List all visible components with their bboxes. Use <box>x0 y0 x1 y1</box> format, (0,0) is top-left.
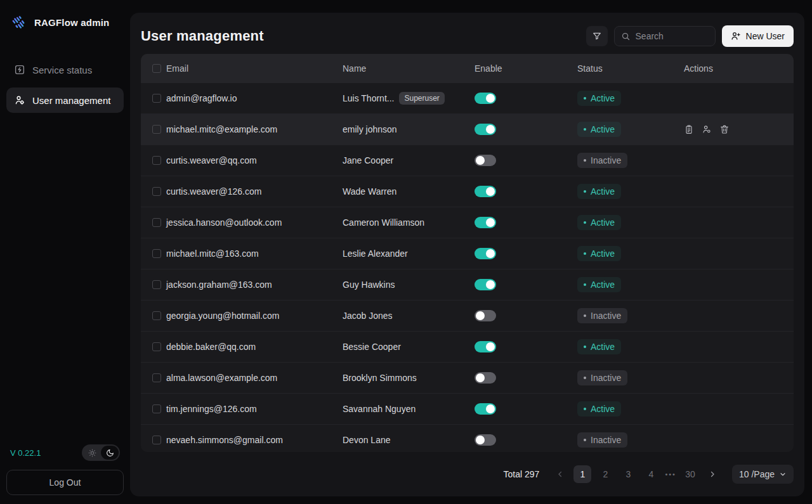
row-checkbox[interactable] <box>152 125 161 134</box>
table-row[interactable]: curtis.weaver@126.com Wade Warren Active <box>141 176 794 207</box>
page-button[interactable]: 3 <box>619 465 637 483</box>
status-label: Inactive <box>591 311 621 321</box>
row-checkbox[interactable] <box>152 436 161 444</box>
enable-toggle[interactable] <box>475 124 496 135</box>
logout-button[interactable]: Log Out <box>6 470 124 495</box>
table-row[interactable]: georgia.young@hotmail.com Jacob Jones In… <box>141 300 794 332</box>
ragflow-logo-icon <box>11 14 28 30</box>
page-button[interactable]: 4 <box>642 465 660 483</box>
column-header-actions: Actions <box>684 63 794 74</box>
enable-toggle[interactable] <box>475 248 496 259</box>
theme-toggle[interactable] <box>82 444 120 461</box>
table-row[interactable]: jessica.hanson@outlook.com Cameron Willi… <box>141 207 794 238</box>
filter-button[interactable] <box>586 26 608 46</box>
moon-icon[interactable] <box>101 446 119 460</box>
row-name: Luis Thornt... <box>343 93 394 103</box>
pagination: Total 297 1234•••30 10 /Page <box>141 455 794 486</box>
header-actions: New User <box>586 25 794 47</box>
enable-toggle[interactable] <box>475 93 496 104</box>
new-user-button[interactable]: New User <box>722 25 794 47</box>
status-badge: Inactive <box>577 308 627 323</box>
row-checkbox[interactable] <box>152 156 161 165</box>
page-size-select[interactable]: 10 /Page <box>732 465 794 484</box>
logs-icon[interactable] <box>684 124 694 134</box>
brand: RAGFlow admin <box>6 14 124 30</box>
row-email: georgia.young@hotmail.com <box>166 311 343 321</box>
status-label: Active <box>591 124 615 134</box>
row-checkbox[interactable] <box>152 94 161 103</box>
status-dot-icon <box>584 346 586 348</box>
row-checkbox[interactable] <box>152 218 161 227</box>
status-dot-icon <box>584 377 586 379</box>
sidebar-item-service-status[interactable]: Service status <box>6 57 124 82</box>
next-page-button[interactable] <box>704 466 721 482</box>
status-dot-icon <box>584 128 586 131</box>
row-checkbox[interactable] <box>152 373 161 382</box>
table-row[interactable]: tim.jennings@126.com Savannah Nguyen Act… <box>141 394 794 425</box>
enable-toggle[interactable] <box>475 155 496 166</box>
status-badge: Inactive <box>577 153 627 168</box>
row-name: Savannah Nguyen <box>343 404 416 414</box>
enable-toggle[interactable] <box>475 217 496 228</box>
table-row[interactable]: jackson.graham@163.com Guy Hawkins Activ… <box>141 269 794 300</box>
delete-icon[interactable] <box>719 124 730 134</box>
enable-toggle[interactable] <box>475 372 496 384</box>
sun-icon[interactable] <box>83 446 101 460</box>
sidebar: RAGFlow admin Service status User ma <box>0 0 130 504</box>
version-label: V 0.22.1 <box>10 448 41 458</box>
page-button[interactable]: 1 <box>573 465 591 483</box>
table-row[interactable]: michael.mitc@163.com Leslie Alexander Ac… <box>141 238 794 269</box>
row-email: curtis.weaver@126.com <box>166 186 343 197</box>
status-dot-icon <box>584 97 586 100</box>
row-name: Wade Warren <box>343 186 396 197</box>
row-email: jackson.graham@163.com <box>166 280 343 290</box>
enable-toggle[interactable] <box>475 186 496 197</box>
status-dot-icon <box>584 221 586 224</box>
enable-toggle[interactable] <box>475 403 496 415</box>
table-row[interactable]: admin@ragflow.io Luis Thornt... Superuse… <box>141 83 794 114</box>
pager-ellipsis[interactable]: ••• <box>665 470 676 478</box>
enable-toggle[interactable] <box>475 434 496 446</box>
table-row[interactable]: curtis.weaver@qq.com Jane Cooper Inactiv… <box>141 145 794 176</box>
table-row[interactable]: nevaeh.simmons@gmail.com Devon Lane Inac… <box>141 425 794 452</box>
status-badge: Active <box>577 246 621 261</box>
row-checkbox[interactable] <box>152 280 161 289</box>
status-dot-icon <box>584 252 586 255</box>
row-email: alma.lawson@example.com <box>166 373 343 383</box>
status-label: Active <box>591 249 615 259</box>
row-email: curtis.weaver@qq.com <box>166 155 343 165</box>
status-badge: Active <box>577 277 621 292</box>
page-header: User management <box>141 23 794 49</box>
row-checkbox[interactable] <box>152 187 161 196</box>
sidebar-item-label: Service status <box>32 65 92 75</box>
row-checkbox[interactable] <box>152 404 161 413</box>
user-plus-icon <box>731 31 741 41</box>
row-checkbox[interactable] <box>152 311 161 320</box>
enable-toggle[interactable] <box>475 310 496 321</box>
row-checkbox[interactable] <box>152 342 161 351</box>
enable-toggle[interactable] <box>475 341 496 352</box>
page-button-last[interactable]: 30 <box>681 465 699 483</box>
status-dot-icon <box>584 408 586 410</box>
user-settings-icon[interactable] <box>702 124 712 134</box>
chevron-down-icon <box>779 470 787 478</box>
row-name: Cameron Williamson <box>343 217 424 228</box>
status-dot-icon <box>584 190 586 193</box>
status-label: Active <box>591 280 615 290</box>
row-name: emily johnson <box>343 124 397 134</box>
page-button[interactable]: 2 <box>596 465 614 483</box>
table-row[interactable]: michael.mitc@example.com emily johnson A… <box>141 114 794 145</box>
row-email: michael.mitc@example.com <box>166 124 343 134</box>
filter-icon <box>592 31 602 41</box>
status-dot-icon <box>584 159 586 162</box>
enable-toggle[interactable] <box>475 279 496 290</box>
search-input[interactable] <box>636 31 709 41</box>
table-row[interactable]: debbie.baker@qq.com Bessie Cooper Active <box>141 332 794 363</box>
select-all-checkbox[interactable] <box>152 64 161 73</box>
row-checkbox[interactable] <box>152 249 161 258</box>
previous-page-button[interactable] <box>552 466 568 482</box>
main-card: User management <box>130 13 804 496</box>
status-badge: Inactive <box>577 370 627 385</box>
table-row[interactable]: alma.lawson@example.com Brooklyn Simmons… <box>141 363 794 394</box>
sidebar-item-user-management[interactable]: User management <box>6 87 124 113</box>
